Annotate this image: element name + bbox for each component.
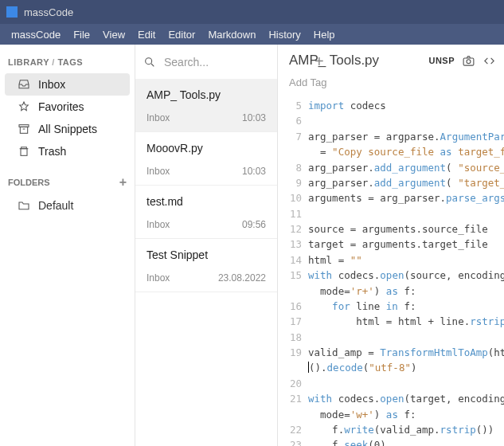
menu-masscode[interactable]: massCode: [5, 25, 67, 44]
folders-header: FOLDERS +: [0, 162, 135, 194]
code-line[interactable]: 17 html = html + line.rstrip(): [278, 314, 504, 329]
menu-file[interactable]: File: [67, 25, 96, 44]
line-number: [278, 360, 308, 375]
code-line[interactable]: 6: [278, 113, 504, 128]
line-number: [278, 407, 308, 422]
code-line[interactable]: 22 f.write(valid_amp.rstrip()): [278, 422, 504, 437]
add-folder-button[interactable]: +: [119, 175, 127, 190]
snippet-item[interactable]: MooovR.pyInbox10:03: [135, 132, 277, 186]
archive-icon: [18, 123, 30, 135]
code-line[interactable]: 8arg_parser.add_argument( "source_file" …: [278, 160, 504, 175]
editor-pane: AMP_ Tools.py UNSP Add Tag 5import codec…: [278, 45, 504, 446]
trash-icon: [18, 145, 30, 158]
code-line[interactable]: 15with codecs.open(source, encoding='utf…: [278, 268, 504, 283]
code-line[interactable]: 20: [278, 376, 504, 391]
title-bar: massCode: [0, 0, 504, 24]
inbox-icon: [18, 78, 30, 91]
code-line[interactable]: 12source = arguments.source_file: [278, 221, 504, 237]
svg-rect-1: [20, 127, 27, 133]
line-number: 7: [278, 129, 308, 144]
code-line[interactable]: 5import codecs: [278, 98, 504, 113]
code-line[interactable]: 13target = arguments.target_file: [278, 237, 504, 252]
snippet-title: Test Snippet: [147, 248, 266, 261]
sidebar-item-all-snippets[interactable]: All Snippets: [0, 118, 135, 140]
code-line[interactable]: mode='w+') as f:: [278, 407, 504, 422]
line-number: 8: [278, 160, 308, 175]
line-number: 14: [278, 252, 308, 268]
snippet-title: AMP_ Tools.py: [147, 88, 266, 101]
tags-header[interactable]: TAGS: [57, 57, 83, 67]
line-number: [278, 144, 308, 159]
line-number: 12: [278, 221, 308, 237]
svg-rect-2: [21, 149, 27, 156]
menu-help[interactable]: Help: [307, 25, 342, 44]
code-line[interactable]: 14html = "": [278, 252, 504, 268]
folder-icon: [18, 199, 30, 212]
code-line[interactable]: 9arg_parser.add_argument( "target_file" …: [278, 175, 504, 190]
line-number: 23: [278, 437, 308, 446]
menu-history[interactable]: History: [262, 25, 307, 44]
snippet-item[interactable]: test.mdInbox09:56: [135, 186, 277, 239]
sidebar-item-label: All Snippets: [38, 123, 97, 135]
line-number: 22: [278, 422, 308, 437]
menu-edit[interactable]: Edit: [131, 25, 162, 44]
code-line[interactable]: ().decode("utf-8"): [278, 360, 504, 375]
code-editor[interactable]: 5import codecs67arg_parser = argparse.Ar…: [278, 96, 504, 446]
svg-point-5: [467, 59, 471, 63]
search-icon: [143, 56, 156, 68]
snippet-folder: Inbox: [147, 272, 170, 284]
code-line[interactable]: = "Copy source_file as target_file." ): [278, 144, 504, 159]
code-line[interactable]: 16 for line in f:: [278, 299, 504, 314]
star-icon: [18, 100, 30, 113]
line-number: 20: [278, 376, 308, 391]
line-number: 21: [278, 391, 308, 406]
line-number: 17: [278, 314, 308, 329]
editor-title[interactable]: AMP_ Tools.py: [289, 53, 422, 68]
code-line[interactable]: 10arguments = arg_parser.parse_args(): [278, 190, 504, 205]
menu-markdown[interactable]: Markdown: [201, 25, 262, 44]
code-line[interactable]: 7arg_parser = argparse.ArgumentParser( d…: [278, 129, 504, 144]
snippet-time: 23.08.2022: [218, 272, 266, 284]
sidebar-item-inbox[interactable]: Inbox: [5, 73, 130, 96]
snippet-item[interactable]: Test SnippetInbox23.08.2022: [135, 239, 277, 292]
sidebar-item-trash[interactable]: Trash: [0, 140, 135, 162]
line-number: 6: [278, 113, 308, 128]
code-line[interactable]: mode='r+') as f:: [278, 284, 504, 299]
code-line[interactable]: 18: [278, 330, 504, 345]
line-number: [278, 284, 308, 299]
snippet-list: + AMP_ Tools.pyInbox10:03MooovR.pyInbox1…: [135, 45, 278, 446]
app-icon: [6, 6, 18, 18]
code-line[interactable]: 23 f.seek(0): [278, 437, 504, 446]
snippet-folder: Inbox: [147, 112, 170, 123]
add-tag-field[interactable]: Add Tag: [278, 73, 504, 96]
sidebar: LIBRARY / TAGS Inbox Favorites All Snipp…: [0, 45, 135, 446]
sidebar-item-favorites[interactable]: Favorites: [0, 96, 135, 118]
code-line[interactable]: 11: [278, 206, 504, 221]
snippet-time: 09:56: [242, 219, 266, 230]
snippet-time: 10:03: [242, 166, 266, 177]
line-number: 11: [278, 206, 308, 221]
menu-bar: massCode File View Edit Editor Markdown …: [0, 24, 504, 45]
screenshot-icon[interactable]: [461, 53, 475, 68]
sidebar-item-label: Favorites: [38, 100, 84, 113]
sidebar-item-label: Trash: [38, 145, 66, 158]
code-line[interactable]: 19valid_amp = TransformHtmlToAmp(html): [278, 345, 504, 360]
snippet-folder: Inbox: [147, 219, 170, 230]
library-header[interactable]: LIBRARY: [8, 57, 49, 67]
snippet-title: MooovR.py: [147, 142, 266, 155]
line-number: 13: [278, 237, 308, 252]
snippet-item[interactable]: AMP_ Tools.pyInbox10:03: [135, 79, 277, 132]
line-number: 18: [278, 330, 308, 345]
menu-editor[interactable]: Editor: [162, 25, 201, 44]
sidebar-item-label: Inbox: [38, 78, 65, 91]
snippet-time: 10:03: [242, 112, 266, 123]
line-number: 5: [278, 98, 308, 113]
line-number: 9: [278, 175, 308, 190]
line-number: 19: [278, 345, 308, 360]
snippet-title: test.md: [147, 195, 266, 208]
code-icon[interactable]: [482, 53, 496, 68]
menu-view[interactable]: View: [96, 25, 131, 44]
code-line[interactable]: 21with codecs.open(target, encoding='utf…: [278, 391, 504, 406]
preview-badge[interactable]: UNSP: [428, 56, 455, 65]
folder-item-default[interactable]: Default: [0, 194, 135, 217]
